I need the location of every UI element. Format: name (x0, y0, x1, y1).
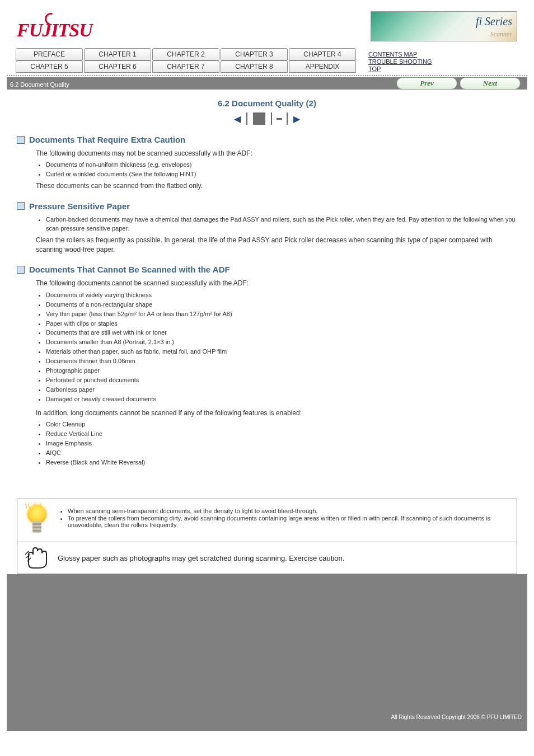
list-item: Reduce Vertical Line (46, 430, 517, 439)
section-bar: 6.2 Document Quality Prev Next (7, 77, 527, 90)
list-item: Paper with clips or staples (46, 320, 517, 328)
section-2-body: Carbon-backed documents may have a chemi… (36, 215, 517, 255)
section-3-mid: In addition, long documents cannot be sc… (36, 408, 517, 418)
tab-row-1: PREFACE CHAPTER 1 CHAPTER 2 CHAPTER 3 CH… (16, 48, 357, 60)
tab-row-2: CHAPTER 5 CHAPTER 6 CHAPTER 7 CHAPTER 8 … (16, 60, 357, 73)
section-2-heading: Pressure Sensitive Paper (17, 201, 517, 211)
section-3-intro: The following documents cannot be scanne… (36, 279, 517, 288)
section-2-list: Carbon-backed documents may have a chemi… (46, 215, 517, 233)
section-1-body: The following documents may not be scann… (36, 149, 517, 191)
tab-chapter-3[interactable]: CHAPTER 3 (221, 48, 288, 60)
pager-prev-icon[interactable]: ◀ (233, 114, 242, 123)
list-item: Carbon-backed documents may have a chemi… (46, 215, 517, 233)
pager-dash (277, 118, 282, 120)
section-1-heading: Documents That Require Extra Caution (17, 135, 517, 144)
page-thumbnails: ◀ ▶ (17, 112, 517, 125)
section-1-intro: The following documents may not be scann… (36, 149, 517, 158)
nav-buttons: Prev Next (396, 77, 521, 90)
bullet-square-icon (17, 136, 25, 144)
header: FUJITSU fi Series Scanner (0, 0, 534, 45)
list-item: Materials other than paper, such as fabr… (46, 348, 517, 356)
banner-title: fi Series (476, 15, 512, 28)
section-3-heading: Documents That Cannot Be Scanned with th… (17, 265, 517, 274)
section-1-outro: These documents can be scanned from the … (36, 181, 517, 191)
tab-chapter-1[interactable]: CHAPTER 1 (84, 48, 151, 60)
list-item: To prevent the rollers from becoming dir… (68, 515, 510, 528)
pager-thumb-current (253, 112, 265, 125)
list-item: Documents smaller than A8 (Portrait, 2.1… (46, 338, 517, 347)
breadcrumb: 6.2 Document Quality (10, 81, 69, 88)
copyright: All Rights Reserved Copyright 2006 © PFU… (7, 574, 527, 720)
section-3-body: The following documents cannot be scanne… (36, 279, 517, 467)
prev-button[interactable]: Prev (396, 77, 457, 90)
list-item: Damaged or heavily creased documents (46, 395, 517, 404)
list-item: Documents of a non-rectangular shape (46, 300, 517, 309)
tab-preface[interactable]: PREFACE (16, 48, 83, 60)
tab-chapter-5[interactable]: CHAPTER 5 (16, 60, 83, 73)
list-item: Photographic paper (46, 367, 517, 375)
list-item: Documents of widely varying thickness (46, 291, 517, 300)
list-item: Carbonless paper (46, 386, 517, 395)
list-item: Curled or wrinkled documents (See the fo… (46, 170, 517, 179)
next-button[interactable]: Next (460, 77, 521, 90)
divider-dots (7, 75, 527, 76)
section-2-title: Pressure Sensitive Paper (29, 201, 130, 211)
chapter-tabs: PREFACE CHAPTER 1 CHAPTER 2 CHAPTER 3 CH… (16, 48, 518, 73)
section-1-list: Documents of non-uniform thickness (e.g.… (46, 161, 517, 179)
bullet-square-icon (17, 202, 25, 210)
list-item: Color Cleanup (46, 420, 517, 429)
tab-chapter-8[interactable]: CHAPTER 8 (221, 60, 288, 73)
tab-chapter-7[interactable]: CHAPTER 7 (152, 60, 219, 73)
brand-logo: FUJITSU (17, 13, 92, 40)
attention-text: Glossy paper such as photographs may get… (58, 554, 344, 562)
list-item: Very thin paper (less than 52g/m² for A4… (46, 310, 517, 319)
list-item: Perforated or punched documents (46, 376, 517, 385)
list-item: AIQC (46, 449, 517, 458)
link-troubleshooting[interactable]: TROUBLE SHOOTING (368, 58, 432, 65)
section-3-list-2: Color Cleanup Reduce Vertical Line Image… (46, 420, 517, 467)
list-item: Documents of non-uniform thickness (e.g.… (46, 161, 517, 170)
link-top[interactable]: TOP (368, 65, 432, 72)
tab-chapter-4[interactable]: CHAPTER 4 (289, 48, 356, 60)
pager-mark-2 (271, 112, 272, 125)
section-3-list: Documents of widely varying thickness Do… (46, 291, 517, 404)
link-contents-map[interactable]: CONTENTS MAP (368, 51, 432, 58)
attention-box: Glossy paper such as photographs may get… (17, 542, 517, 574)
tab-chapter-6[interactable]: CHAPTER 6 (84, 60, 151, 73)
list-item: Image Emphasis (46, 439, 517, 448)
lightbulb-icon: \\ | / (24, 505, 50, 536)
aux-links: CONTENTS MAP TROUBLE SHOOTING TOP (368, 50, 432, 73)
section-2-outro: Clean the rollers as frequently as possi… (36, 236, 517, 255)
content-area: 6.2 Document Quality (2) ◀ ▶ Documents T… (0, 90, 534, 486)
footer-block: All Rights Reserved Copyright 2006 © PFU… (7, 574, 527, 731)
hint-list: When scanning semi-transparent documents… (68, 507, 510, 529)
tab-appendix[interactable]: APPENDIX (289, 60, 356, 73)
section-3-title: Documents That Cannot Be Scanned with th… (29, 265, 230, 274)
section-1-title: Documents That Require Extra Caution (29, 135, 185, 144)
series-banner: fi Series Scanner (371, 11, 517, 41)
pager-mark-3 (287, 112, 288, 125)
hand-caution-icon (24, 547, 50, 569)
hint-box: \\ | / When scanning semi-transparent do… (17, 499, 517, 542)
pager-mark-1 (246, 112, 247, 125)
list-item: Documents thinner than 0.06mm (46, 357, 517, 366)
banner-subtitle: Scanner (490, 30, 512, 39)
list-item: Reverse (Black and White Reversal) (46, 458, 517, 467)
list-item: Documents that are still wet with ink or… (46, 328, 517, 337)
tab-chapter-2[interactable]: CHAPTER 2 (152, 48, 219, 60)
bullet-square-icon (17, 266, 25, 274)
list-item: When scanning semi-transparent documents… (68, 508, 510, 514)
page-title: 6.2 Document Quality (2) (17, 98, 517, 108)
pager-next-icon[interactable]: ▶ (292, 114, 301, 123)
